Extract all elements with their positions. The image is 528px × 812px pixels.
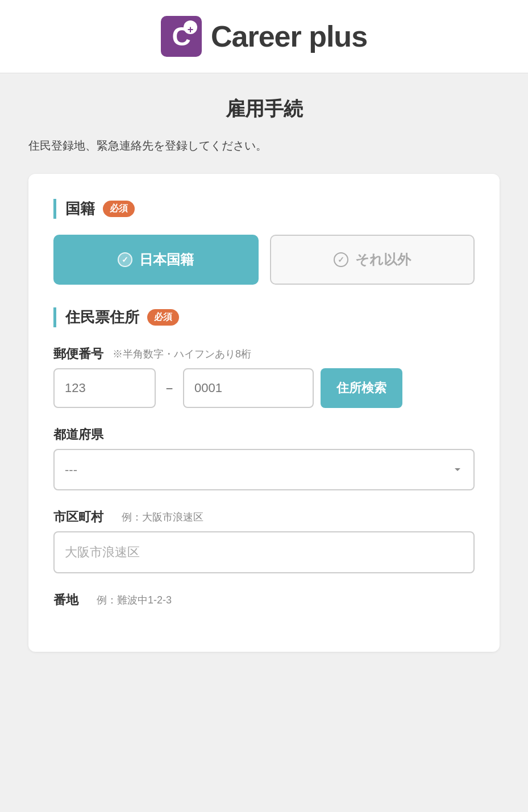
- nationality-buttons: ✓ 日本国籍 ✓ それ以外: [53, 235, 475, 285]
- page-description: 住民登録地、緊急連絡先を登録してください。: [28, 138, 500, 153]
- page-header: C + Career plus: [0, 0, 528, 73]
- city-field-group: 市区町村 例：大阪市浪速区: [53, 509, 475, 573]
- form-card: 国籍 必須 ✓ 日本国籍 ✓ それ以外 住民票住所 必須: [28, 174, 500, 652]
- nationality-section-header: 国籍 必須: [53, 199, 475, 219]
- residence-section-header: 住民票住所 必須: [53, 307, 475, 327]
- nationality-section-title: 国籍: [65, 199, 95, 219]
- postal-field-group: 郵便番号 ※半角数字・ハイフンあり8桁 － 住所検索: [53, 345, 475, 408]
- japan-nationality-button[interactable]: ✓ 日本国籍: [53, 235, 259, 285]
- logo-icon: C +: [161, 16, 202, 57]
- city-input[interactable]: [53, 531, 475, 573]
- nationality-section: 国籍 必須 ✓ 日本国籍 ✓ それ以外: [53, 199, 475, 285]
- page-content: 雇用手続 住民登録地、緊急連絡先を登録してください。 国籍 必須 ✓ 日本国籍 …: [0, 73, 528, 674]
- page-title: 雇用手続: [28, 96, 500, 122]
- address-search-button[interactable]: 住所検索: [321, 368, 402, 408]
- postal-label: 郵便番号: [53, 345, 103, 363]
- postal-label-row: 郵便番号 ※半角数字・ハイフンあり8桁: [53, 345, 475, 363]
- postal-input-first[interactable]: [53, 368, 156, 408]
- prefecture-field-group: 都道府県 --- 北海道 青森県 岩手県 宮城県 東京都 大阪府 京都府 神奈川…: [53, 426, 475, 490]
- address-label: 番地: [53, 592, 78, 609]
- svg-text:+: +: [188, 24, 194, 35]
- logo-container: C + Career plus: [161, 16, 367, 57]
- postal-separator: －: [163, 379, 176, 397]
- residence-required-badge: 必須: [147, 309, 179, 326]
- postal-hint: ※半角数字・ハイフンあり8桁: [113, 347, 251, 361]
- postal-input-second[interactable]: [183, 368, 314, 408]
- prefecture-label-row: 都道府県: [53, 426, 475, 443]
- nationality-required-badge: 必須: [103, 201, 135, 217]
- japan-btn-label: 日本国籍: [139, 251, 194, 269]
- residence-section-title: 住民票住所: [65, 307, 139, 327]
- address-field-group: 番地 例：難波中1-2-3: [53, 592, 475, 609]
- city-hint: 例：大阪市浪速区: [122, 510, 203, 524]
- address-hint: 例：難波中1-2-3: [97, 593, 172, 607]
- city-label: 市区町村: [53, 509, 103, 526]
- other-nationality-button[interactable]: ✓ それ以外: [270, 235, 475, 285]
- other-check-icon: ✓: [334, 252, 348, 267]
- city-label-row: 市区町村 例：大阪市浪速区: [53, 509, 475, 526]
- residence-section: 住民票住所 必須: [53, 307, 475, 327]
- prefecture-label: 都道府県: [53, 426, 103, 443]
- address-label-row: 番地 例：難波中1-2-3: [53, 592, 475, 609]
- japan-check-icon: ✓: [118, 252, 132, 267]
- logo-text: Career plus: [211, 19, 367, 53]
- prefecture-select[interactable]: --- 北海道 青森県 岩手県 宮城県 東京都 大阪府 京都府 神奈川県 愛知県…: [53, 449, 475, 490]
- other-btn-label: それ以外: [355, 251, 411, 269]
- postal-row: － 住所検索: [53, 368, 475, 408]
